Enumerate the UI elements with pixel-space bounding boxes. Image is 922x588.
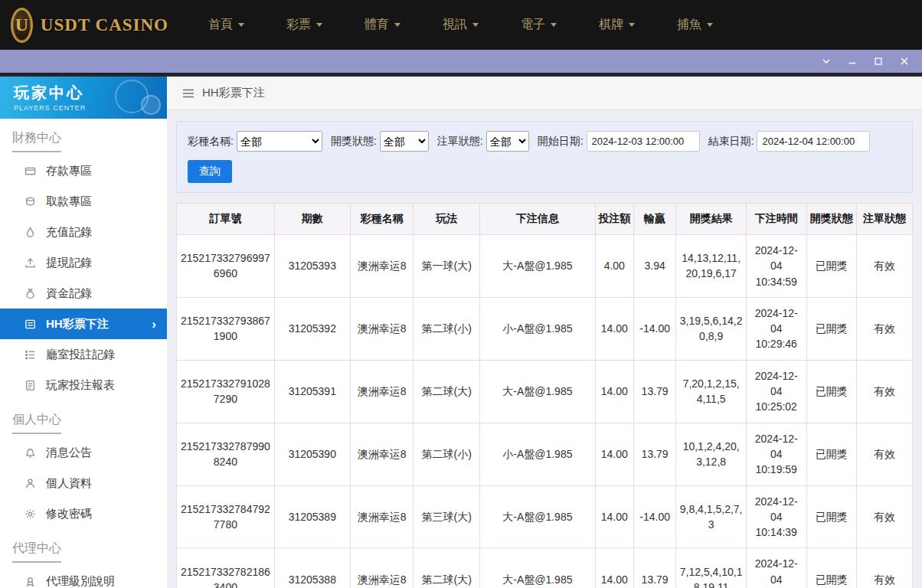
cell-bet_amount: 14.00: [595, 423, 633, 485]
lottery-select[interactable]: 全部: [237, 131, 322, 152]
sidebar-item-label: 消息公告: [46, 446, 92, 460]
nav-item-fishing[interactable]: 捕魚: [677, 17, 713, 33]
end-date-input[interactable]: [757, 131, 870, 152]
cell-bet_amount: 14.00: [595, 360, 633, 423]
cell-bet_time: 2024-12-04 10:29:46: [746, 297, 806, 360]
cell-bet_amount: 14.00: [595, 485, 633, 548]
sidebar-item-label: 充值記錄: [46, 225, 92, 240]
cell-period: 31205390: [274, 423, 350, 485]
draw-status-filter-label: 開獎狀態:: [331, 135, 377, 149]
cell-order_no: 2152173327879908240: [177, 423, 275, 485]
section-title-label: 財務中心: [12, 130, 61, 152]
section-finance-center: 財務中心: [0, 119, 167, 155]
chevron-down-icon: [472, 23, 479, 30]
sidebar-item-label: HH彩票下注: [46, 317, 109, 332]
sidebar-item-profile[interactable]: 個人資料: [0, 468, 167, 498]
section-personal-center: 個人中心: [0, 400, 167, 437]
cell-draw_result: 10,1,2,4,20,3,12,8: [676, 423, 746, 485]
draw-status-select[interactable]: 全部: [380, 131, 429, 152]
cell-bet_info: 大-A盤@1.985: [479, 235, 595, 298]
logo-icon: U: [11, 8, 33, 43]
column-header-bet-time: 下注時間: [746, 204, 806, 235]
sidebar-item-hall-bet-records[interactable]: 廳室投註記錄: [0, 339, 167, 370]
bets-table: 訂單號 期數 彩種名稱 玩法 下注信息 投注額 輸贏 開獎結果 下注時間 開獎狀…: [176, 203, 913, 588]
table-row: 215217332782186340031205388澳洲幸运8第二球(大)大-…: [177, 548, 913, 588]
cell-play: 第一球(大): [414, 235, 479, 298]
window-maximize-icon: [874, 57, 883, 66]
column-header-win-loss: 輸贏: [633, 204, 676, 235]
window-chevron-icon: [822, 57, 831, 66]
announcement-icon: [25, 447, 36, 459]
cell-bet_info: 大-A盤@1.985: [479, 548, 595, 588]
cell-play: 第二球(大): [414, 548, 479, 588]
password-icon: [25, 508, 36, 520]
cell-bet_info: 大-A盤@1.985: [479, 360, 595, 423]
sidebar-item-announcements[interactable]: 消息公告: [0, 437, 167, 468]
cell-bet_time: 2024-12-04 10:34:59: [746, 235, 806, 298]
page-title: HH彩票下注: [202, 86, 265, 100]
nav-item-chess[interactable]: 棋牌: [599, 17, 635, 33]
hamburger-icon[interactable]: [182, 88, 195, 99]
fund-record-icon: [25, 288, 36, 299]
cell-bet_time: 2024-12-04 10:19:59: [746, 423, 806, 485]
cell-bet_time: 2024-12-04 10:25:02: [746, 360, 806, 423]
cell-order_no: 2152173327910287290: [177, 360, 275, 423]
cell-bet_amount: 14.00: [595, 548, 633, 588]
cell-bet_info: 小-A盤@1.985: [479, 423, 595, 485]
sidebar-item-fund-records[interactable]: 資金記錄: [0, 278, 167, 309]
main-panel: HH彩票下注 彩種名稱: 全部 開獎狀態: 全部 注單狀態: 全部: [167, 77, 922, 588]
sidebar-item-recharge-records[interactable]: 充值記錄: [0, 217, 167, 247]
sidebar-item-agent-level[interactable]: 代理級別說明: [0, 566, 167, 588]
sidebar-item-hh-lottery-bets[interactable]: HH彩票下注 ›: [0, 309, 167, 339]
chevron-down-icon: [316, 23, 322, 30]
table-row: 215217332796997696031205393澳洲幸运8第一球(大)大-…: [177, 235, 913, 298]
chevron-down-icon: [238, 23, 244, 30]
cell-bet_time: 2024-12-04 10:14:39: [746, 485, 806, 548]
chevron-right-icon: ›: [152, 318, 156, 331]
window-chevron-button[interactable]: [821, 56, 832, 67]
nav-item-home[interactable]: 首頁: [208, 17, 244, 33]
sidebar-item-label: 代理級別說明: [46, 574, 115, 588]
search-button[interactable]: 查詢: [188, 160, 232, 183]
withdraw-icon: [25, 196, 36, 207]
sidebar-item-change-password[interactable]: 修改密碼: [0, 498, 167, 529]
cell-order_no: 2152173327938671900: [177, 297, 275, 360]
window-maximize-button[interactable]: [873, 56, 884, 67]
end-date-label: 結束日期:: [708, 135, 754, 149]
cell-play: 第二球(大): [414, 360, 479, 423]
window-close-button[interactable]: [899, 56, 910, 67]
cell-order_status: 有效: [856, 360, 912, 423]
player-bet-report-icon: [25, 380, 36, 391]
chevron-down-icon: [551, 23, 557, 30]
section-title-label: 個人中心: [12, 412, 61, 434]
table-row: 215217332793867190031205392澳洲幸运8第二球(小)小-…: [177, 297, 913, 360]
start-date-input[interactable]: [587, 131, 700, 152]
top-nav: 首頁 彩票 體育 視訊 電子 棋牌 捕魚: [208, 17, 713, 33]
nav-item-sports[interactable]: 體育: [365, 17, 401, 33]
window-titlebar: [0, 50, 922, 73]
window-minimize-button[interactable]: [847, 56, 858, 67]
cell-order_status: 有效: [856, 235, 912, 298]
cell-lottery: 澳洲幸运8: [350, 360, 414, 423]
nav-label: 棋牌: [599, 17, 623, 33]
order-status-select[interactable]: 全部: [486, 131, 529, 152]
cell-lottery: 澳洲幸运8: [350, 548, 414, 588]
sidebar-item-label: 存款專區: [46, 164, 92, 178]
main-body: 彩種名稱: 全部 開獎狀態: 全部 注單狀態: 全部 開始日期:: [167, 110, 922, 588]
recharge-record-icon: [25, 227, 36, 238]
sidebar-item-player-bet-report[interactable]: 玩家投注報表: [0, 370, 167, 400]
sidebar-item-withdraw-records[interactable]: 提現記錄: [0, 247, 167, 278]
nav-item-video[interactable]: 視訊: [443, 17, 479, 33]
nav-item-lottery[interactable]: 彩票: [286, 17, 322, 33]
profile-icon: [25, 478, 36, 489]
column-header-bet-info: 下注信息: [479, 204, 595, 235]
logo[interactable]: U USDT CASINO: [11, 8, 168, 43]
cell-draw_status: 已開獎: [806, 360, 856, 423]
cell-draw_result: 7,20,1,2,15,4,11,5: [676, 360, 746, 423]
breadcrumb: HH彩票下注: [167, 77, 922, 110]
sidebar-item-withdraw[interactable]: 取款專區: [0, 186, 167, 217]
sidebar-item-label: 修改密碼: [46, 507, 92, 521]
sidebar-item-label: 廳室投註記錄: [46, 348, 115, 362]
sidebar-item-deposit[interactable]: 存款專區: [0, 155, 167, 186]
nav-item-electronic[interactable]: 電子: [521, 17, 557, 33]
